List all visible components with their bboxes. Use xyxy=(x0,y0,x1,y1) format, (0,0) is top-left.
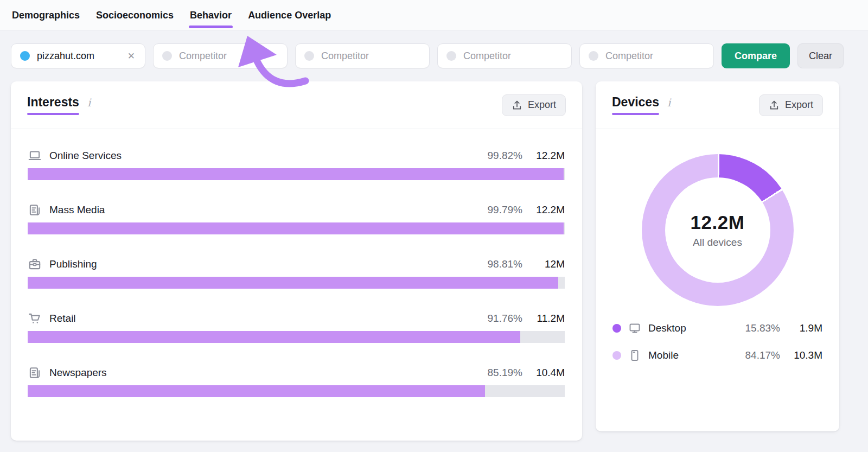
interest-row-online-services: Online Services 99.82% 12.2M xyxy=(28,148,565,180)
interest-value: 12.2M xyxy=(522,150,565,162)
interests-list: Online Services 99.82% 12.2M Mass Media … xyxy=(11,129,582,397)
all-devices-label: All devices xyxy=(693,237,742,249)
competitor-color-dot xyxy=(589,51,598,61)
desktop-value: 1.9M xyxy=(780,322,822,334)
all-devices-total: 12.2M xyxy=(691,212,745,233)
export-button[interactable]: Export xyxy=(502,94,566,116)
competitor-field-4[interactable] xyxy=(605,50,706,62)
info-icon[interactable]: i xyxy=(667,96,671,109)
tab-audience-overlap[interactable]: Audience Overlap xyxy=(247,1,332,30)
legend-row-mobile: Mobile 84.17% 10.3M xyxy=(612,347,822,364)
compare-button[interactable]: Compare xyxy=(722,43,790,68)
devices-card: Devices i Export 12.2M All devices Deskt… xyxy=(596,81,839,431)
interest-percent: 85.19% xyxy=(468,367,522,379)
interest-value: 12.2M xyxy=(522,204,565,216)
competitor-field-2[interactable] xyxy=(321,50,422,62)
briefcase-icon xyxy=(28,257,42,271)
tab-socioeconomics[interactable]: Socioeconomics xyxy=(95,1,175,30)
interest-bar xyxy=(28,168,565,180)
interest-bar xyxy=(28,331,565,343)
competitor-color-dot xyxy=(304,51,314,61)
tab-behavior[interactable]: Behavior xyxy=(189,1,233,30)
donut-center: 12.2M All devices xyxy=(665,177,770,283)
primary-domain-value: pizzahut.com xyxy=(37,50,125,62)
section-tabs: Demographics Socioeconomics Behavior Aud… xyxy=(0,0,868,30)
interest-percent: 91.76% xyxy=(468,313,522,324)
competitor-input-1[interactable] xyxy=(153,43,288,68)
interest-row-retail: Retail 91.76% 11.2M xyxy=(28,310,565,343)
upload-icon xyxy=(512,100,522,111)
comparison-filter-bar: pizzahut.com ✕ Compare Clear xyxy=(11,43,857,68)
interest-value: 11.2M xyxy=(522,313,565,324)
competitor-field-3[interactable] xyxy=(463,50,564,62)
competitor-color-dot xyxy=(446,51,456,61)
mobile-value: 10.3M xyxy=(780,349,822,361)
interest-value: 12M xyxy=(522,258,565,270)
interest-percent: 99.82% xyxy=(468,150,522,162)
competitor-input-4[interactable] xyxy=(579,43,714,68)
mobile-color-dot xyxy=(612,351,621,360)
interest-bar xyxy=(28,222,565,234)
export-button[interactable]: Export xyxy=(759,94,823,116)
interest-percent: 99.79% xyxy=(468,204,522,216)
competitor-input-3[interactable] xyxy=(437,43,572,68)
cart-icon xyxy=(28,311,42,326)
devices-donut-chart: 12.2M All devices xyxy=(642,154,794,306)
newspaper-icon xyxy=(28,366,42,380)
tab-demographics[interactable]: Demographics xyxy=(11,1,81,30)
info-icon[interactable]: i xyxy=(87,96,91,109)
interests-title: Interests xyxy=(27,95,79,115)
competitor-input-2[interactable] xyxy=(295,43,430,68)
interest-bar xyxy=(28,385,565,397)
close-icon[interactable]: ✕ xyxy=(125,50,137,62)
upload-icon xyxy=(769,100,780,111)
domain-color-dot xyxy=(20,51,30,61)
monitor-icon xyxy=(628,322,641,335)
newspaper-icon xyxy=(28,203,42,217)
competitor-field-1[interactable] xyxy=(179,50,279,62)
primary-domain-chip[interactable]: pizzahut.com ✕ xyxy=(11,43,145,68)
interest-percent: 98.81% xyxy=(468,258,522,270)
legend-row-desktop: Desktop 15.83% 1.9M xyxy=(612,320,822,336)
mobile-percent: 84.17% xyxy=(728,349,780,361)
interests-header: Interests i Export xyxy=(11,81,582,129)
interest-row-publishing: Publishing 98.81% 12M xyxy=(28,256,565,289)
devices-header: Devices i Export xyxy=(596,81,839,129)
interest-row-newspapers: Newspapers 85.19% 10.4M xyxy=(28,365,565,397)
interest-value: 10.4M xyxy=(522,367,565,379)
laptop-icon xyxy=(28,149,42,163)
interest-bar xyxy=(28,277,565,289)
devices-title: Devices xyxy=(612,95,659,115)
desktop-percent: 15.83% xyxy=(728,322,780,334)
phone-icon xyxy=(628,349,641,362)
devices-legend: Desktop 15.83% 1.9M Mobile 84.17% 10.3M xyxy=(596,320,839,364)
competitor-color-dot xyxy=(162,51,172,61)
interests-card: Interests i Export Online Services 99.82… xyxy=(11,81,582,441)
interest-row-mass-media: Mass Media 99.79% 12.2M xyxy=(28,202,565,234)
desktop-color-dot xyxy=(612,324,621,333)
clear-button[interactable]: Clear xyxy=(797,43,844,68)
